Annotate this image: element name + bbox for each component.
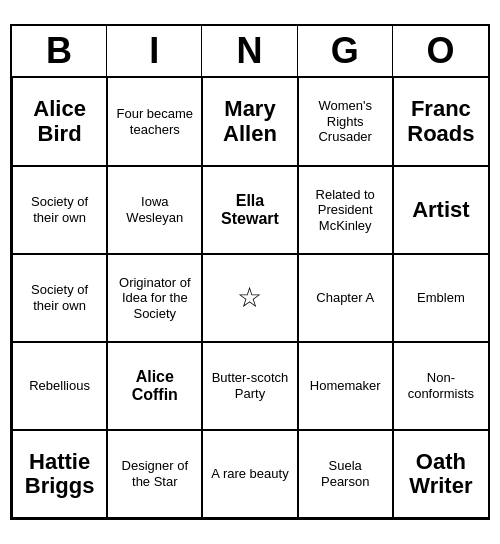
bingo-cell: Oath Writer [393, 430, 488, 518]
bingo-header: BINGO [12, 26, 488, 78]
bingo-cell: Non-conformists [393, 342, 488, 430]
bingo-cell: Franc Roads [393, 78, 488, 166]
bingo-cell: Related to President McKinley [298, 166, 393, 254]
bingo-cell: A rare beauty [202, 430, 297, 518]
bingo-cell: Hattie Briggs [12, 430, 107, 518]
bingo-cell: Alice Coffin [107, 342, 202, 430]
bingo-cell: Designer of the Star [107, 430, 202, 518]
bingo-cell: Homemaker [298, 342, 393, 430]
bingo-grid: Alice BirdFour became teachersMary Allen… [12, 78, 488, 518]
bingo-letter: N [202, 26, 297, 76]
bingo-letter: O [393, 26, 488, 76]
bingo-letter: I [107, 26, 202, 76]
bingo-cell: Ella Stewart [202, 166, 297, 254]
bingo-cell: Chapter A [298, 254, 393, 342]
bingo-cell: Butter-scotch Party [202, 342, 297, 430]
bingo-cell: Originator of Idea for the Society [107, 254, 202, 342]
bingo-card: BINGO Alice BirdFour became teachersMary… [10, 24, 490, 520]
bingo-cell: Society of their own [12, 166, 107, 254]
bingo-cell: ☆ [202, 254, 297, 342]
bingo-cell: Mary Allen [202, 78, 297, 166]
bingo-letter: G [298, 26, 393, 76]
bingo-cell: Rebellious [12, 342, 107, 430]
bingo-cell: Alice Bird [12, 78, 107, 166]
bingo-cell: Emblem [393, 254, 488, 342]
bingo-cell: Iowa Wesleyan [107, 166, 202, 254]
bingo-letter: B [12, 26, 107, 76]
bingo-cell: Women's Rights Crusader [298, 78, 393, 166]
bingo-cell: Suela Pearson [298, 430, 393, 518]
bingo-cell: Artist [393, 166, 488, 254]
bingo-cell: Four became teachers [107, 78, 202, 166]
bingo-cell: Society of their own [12, 254, 107, 342]
